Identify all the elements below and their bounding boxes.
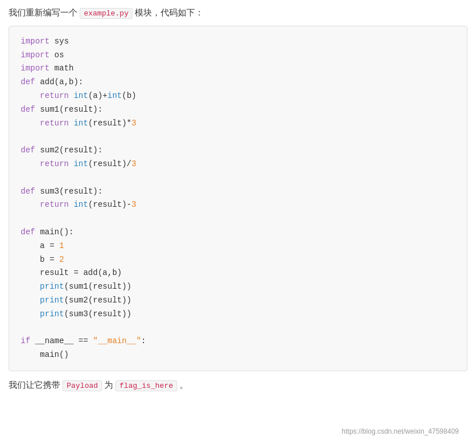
keyword-if: if (21, 336, 30, 345)
number-1: 1 (59, 241, 64, 250)
page-wrapper: 我们重新编写一个 example.py 模块，代码如下： import sys … (9, 6, 467, 441)
flag-badge: flag_is_here (115, 380, 177, 391)
keyword-return-2: return (40, 119, 69, 128)
intro-paragraph: 我们重新编写一个 example.py 模块，代码如下： (9, 6, 467, 20)
keyword-def-2: def (21, 105, 35, 114)
builtin-print-3: print (40, 309, 64, 319)
footer-paragraph: 我们让它携带 Payload 为 flag_is_here 。 (9, 378, 467, 392)
builtin-print-2: print (40, 296, 64, 305)
func-main: main (40, 227, 60, 237)
footer-text-after: 。 (180, 380, 188, 390)
func-sum1: sum1 (40, 105, 60, 114)
code-block: import sys import os import math def add… (9, 26, 467, 371)
builtin-print-1: print (40, 282, 64, 291)
number-3a: 3 (131, 119, 136, 128)
intro-text-after: 模块，代码如下： (135, 7, 204, 17)
footer-text-before: 我们让它携带 (9, 380, 60, 390)
keyword-import-3: import (21, 64, 49, 73)
site-link[interactable]: https://blog.csdn.net/weixin_47598409 (342, 427, 459, 435)
filename-badge: example.py (80, 8, 132, 19)
keyword-return-4: return (40, 200, 69, 209)
module-math: math (54, 64, 74, 73)
keyword-def-3: def (21, 146, 35, 155)
number-3b: 3 (131, 159, 136, 168)
builtin-int-4: int (73, 159, 88, 168)
footer-text-middle: 为 (104, 380, 113, 390)
module-os: os (54, 50, 64, 60)
keyword-return-3: return (40, 159, 69, 168)
func-sum2: sum2 (40, 146, 60, 155)
func-sum3: sum3 (40, 187, 60, 196)
keyword-return-1: return (40, 91, 69, 100)
keyword-import-1: import (21, 37, 49, 46)
string-main: "__main__" (93, 336, 141, 345)
payload-badge: Payload (63, 380, 102, 391)
number-3c: 3 (131, 200, 136, 209)
func-add: add (40, 77, 54, 87)
builtin-int-2: int (107, 91, 122, 100)
keyword-def-4: def (21, 187, 35, 196)
intro-text-before: 我们重新编写一个 (9, 7, 77, 17)
keyword-def-1: def (21, 77, 35, 87)
keyword-def-5: def (21, 227, 35, 237)
builtin-int-1: int (73, 91, 88, 100)
number-2: 2 (59, 255, 64, 264)
keyword-import-2: import (21, 50, 49, 60)
builtin-int-5: int (73, 200, 88, 209)
builtin-int-3: int (73, 119, 88, 128)
module-sys: sys (54, 37, 69, 46)
